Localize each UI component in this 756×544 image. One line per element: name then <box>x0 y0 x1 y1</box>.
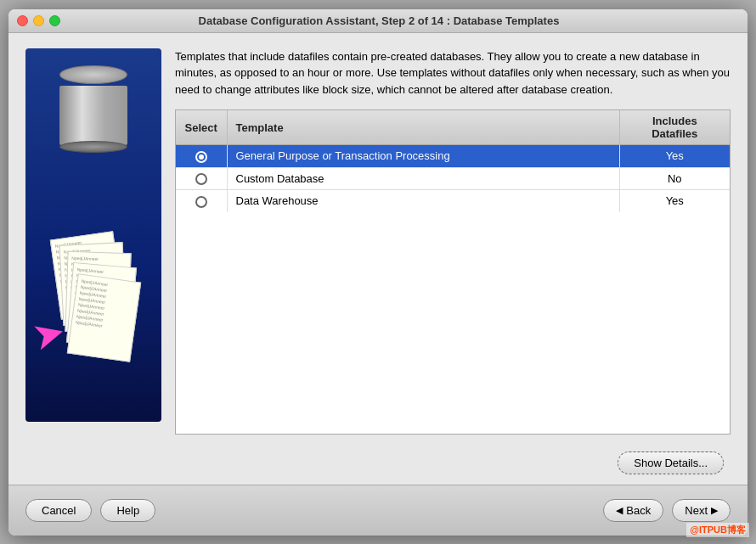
template-name-cell: General Purpose or Transaction Processin… <box>227 145 619 168</box>
radio-button[interactable] <box>195 151 207 163</box>
table-row[interactable]: Data WarehouseYes <box>176 190 730 212</box>
show-details-row: Show Details... <box>175 446 731 474</box>
radio-cell[interactable] <box>176 145 227 168</box>
show-details-button[interactable]: Show Details... <box>618 451 724 474</box>
next-label: Next <box>685 504 708 517</box>
cylinder-body <box>59 86 127 145</box>
datafiles-cell: Yes <box>619 145 730 168</box>
table-row[interactable]: General Purpose or Transaction Processin… <box>176 145 730 168</box>
next-button[interactable]: Next ▶ <box>672 499 731 522</box>
radio-button[interactable] <box>195 173 207 185</box>
window-title: Database Configuration Assistant, Step 2… <box>19 14 739 27</box>
radio-button[interactable] <box>195 196 207 208</box>
back-label: Back <box>626 504 651 517</box>
radio-cell[interactable] <box>176 167 227 190</box>
datafiles-cell: Yes <box>619 190 730 212</box>
cylinder-top <box>59 65 127 84</box>
table-row[interactable]: Custom DatabaseNo <box>176 167 730 190</box>
back-button[interactable]: ◀ Back <box>603 499 663 522</box>
col-header-template: Template <box>227 110 619 145</box>
col-header-datafiles: Includes Datafiles <box>619 110 730 145</box>
template-name-cell: Custom Database <box>227 167 619 190</box>
description-text: Templates that include datafiles contain… <box>175 48 731 98</box>
doc-5: NpedjJAnneerNpedjJAnneerNpedjJAnneerNped… <box>67 273 141 362</box>
database-cylinder <box>59 65 127 142</box>
right-panel: Templates that include datafiles contain… <box>175 48 731 474</box>
titlebar: Database Configuration Assistant, Step 2… <box>8 9 748 33</box>
bottom-left-buttons: Cancel Help <box>25 499 155 522</box>
cancel-button[interactable]: Cancel <box>25 499 92 522</box>
cylinder-bottom <box>59 141 127 153</box>
templates-table: Select Template Includes Datafiles Gener… <box>176 110 730 212</box>
table-header-row: Select Template Includes Datafiles <box>176 110 730 145</box>
templates-table-container: Select Template Includes Datafiles Gener… <box>175 109 731 435</box>
col-header-select: Select <box>176 110 227 145</box>
datafiles-cell: No <box>619 167 730 190</box>
bottom-right-buttons: ◀ Back Next ▶ <box>603 499 731 522</box>
main-area: NpedjJAnneerNpedjJAnneerNpedjJAnneerNped… <box>8 33 748 485</box>
help-button[interactable]: Help <box>100 499 155 522</box>
main-window: Database Configuration Assistant, Step 2… <box>8 9 748 536</box>
watermark: @ITPUB博客 <box>686 523 749 537</box>
back-arrow-icon: ◀ <box>616 505 623 516</box>
bottom-bar: Cancel Help ◀ Back Next ▶ <box>8 485 748 536</box>
next-arrow-icon: ▶ <box>711 505 718 516</box>
template-name-cell: Data Warehouse <box>227 190 619 212</box>
content-area: NpedjJAnneerNpedjJAnneerNpedjJAnneerNped… <box>8 33 748 536</box>
sidebar-illustration: NpedjJAnneerNpedjJAnneerNpedjJAnneerNped… <box>25 48 161 422</box>
radio-cell[interactable] <box>176 190 227 212</box>
